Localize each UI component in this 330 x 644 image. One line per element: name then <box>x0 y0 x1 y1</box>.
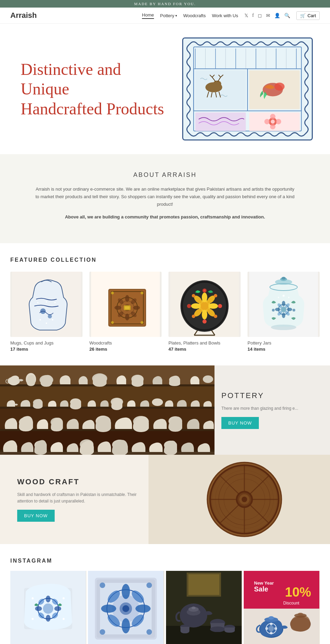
svg-point-161 <box>35 606 42 611</box>
pottery-chevron-icon: ▾ <box>175 14 177 18</box>
svg-point-179 <box>101 605 116 613</box>
svg-point-213 <box>270 623 273 625</box>
nav-woodcrafts[interactable]: Woodcrafts <box>183 13 206 18</box>
about-title: ABOUT ARRAISH <box>34 171 296 179</box>
collection-img-plates <box>168 272 241 337</box>
svg-point-42 <box>46 323 47 324</box>
svg-point-153 <box>242 497 247 502</box>
instagram-item-3[interactable] <box>166 571 242 644</box>
svg-point-212 <box>268 626 274 631</box>
svg-point-218 <box>268 616 274 620</box>
collection-item-woodcrafts[interactable]: Woodcrafts 26 items <box>89 272 162 352</box>
logo[interactable]: Arraish <box>10 11 37 20</box>
nav-work-with-us[interactable]: Work with Us <box>212 13 238 18</box>
svg-point-40 <box>54 302 56 303</box>
facebook-icon[interactable]: f <box>252 13 254 18</box>
cart-button[interactable]: 🛒 Cart <box>296 11 320 20</box>
pottery-description: There are more than glazing and firing e… <box>221 405 320 412</box>
svg-point-43 <box>52 319 53 320</box>
svg-text:Sale: Sale <box>254 585 268 593</box>
nav-home[interactable]: Home <box>142 12 154 19</box>
collection-img-jars <box>248 272 320 337</box>
hero-image <box>167 37 313 140</box>
cart-icon: 🛒 <box>300 13 306 18</box>
svg-point-86 <box>192 315 195 318</box>
svg-point-162 <box>54 606 61 611</box>
svg-point-80 <box>204 290 206 292</box>
collection-item-mugs[interactable]: Mugs, Cups and Jugs 17 items <box>10 272 82 352</box>
user-icon[interactable]: 👤 <box>274 13 280 19</box>
svg-point-189 <box>100 629 105 635</box>
svg-point-72 <box>202 310 207 319</box>
svg-point-159 <box>46 596 51 602</box>
svg-point-52 <box>133 306 140 310</box>
hero-plate <box>182 37 313 140</box>
instagram-item-1[interactable] <box>10 571 86 644</box>
svg-point-61 <box>111 292 114 294</box>
svg-point-198 <box>210 626 225 632</box>
svg-point-41 <box>40 319 41 320</box>
about-tagline: Above all, we are building a community t… <box>34 213 296 221</box>
social-icons: 𝕏 f ◻ ✉ 👤 🔍 <box>244 13 290 19</box>
pottery-buy-now-button[interactable]: BUY NOW <box>221 417 259 429</box>
item-count-2: 47 items <box>168 347 241 352</box>
instagram-item-2[interactable] <box>88 571 164 644</box>
svg-point-160 <box>46 615 51 622</box>
svg-point-98 <box>287 308 292 311</box>
svg-point-104 <box>293 309 295 312</box>
woodcraft-description: Skill and hardwork of craftsman in Pakis… <box>17 492 138 505</box>
search-icon[interactable]: 🔍 <box>284 13 290 19</box>
svg-point-37 <box>48 314 52 318</box>
woodcraft-buy-now-button[interactable]: BUY NOW <box>17 510 55 522</box>
instagram-icon[interactable]: ◻ <box>258 13 262 19</box>
svg-point-30 <box>264 119 270 124</box>
svg-point-73 <box>191 303 201 309</box>
nav-pottery[interactable]: Pottery ▾ <box>160 13 177 18</box>
pottery-banner: POTTERY There are more than glazing and … <box>0 365 330 455</box>
instagram-grid: New Year Sale 10% Discount <box>10 571 320 644</box>
woodcraft-image <box>148 455 330 544</box>
svg-rect-111 <box>0 407 214 409</box>
item-name-1: Woodcrafts <box>89 340 162 346</box>
svg-point-186 <box>122 605 129 612</box>
svg-point-34 <box>271 120 275 124</box>
collection-item-jars[interactable]: Pottery Jars 14 items <box>248 272 320 352</box>
svg-point-167 <box>32 597 34 599</box>
featured-title: FEATURED COLLECTION <box>10 257 320 263</box>
svg-point-33 <box>270 124 276 129</box>
item-name-0: Mugs, Cups and Jugs <box>10 340 82 346</box>
svg-point-216 <box>274 627 277 630</box>
navigation: Home Pottery ▾ Woodcrafts Work with Us 𝕏… <box>142 11 320 20</box>
svg-point-177 <box>122 584 130 599</box>
svg-rect-60 <box>125 306 130 309</box>
svg-point-168 <box>63 597 65 599</box>
pottery-text-panel: POTTERY There are more than glazing and … <box>214 381 330 439</box>
svg-point-190 <box>146 629 152 635</box>
svg-point-19 <box>213 81 221 88</box>
svg-text:10%: 10% <box>285 585 311 599</box>
collection-img-woodcrafts <box>89 272 162 337</box>
svg-point-32 <box>270 114 276 120</box>
item-count-1: 26 items <box>89 347 162 352</box>
svg-point-170 <box>63 618 65 620</box>
svg-point-39 <box>46 301 47 303</box>
svg-point-87 <box>214 315 217 318</box>
svg-point-53 <box>125 314 129 320</box>
svg-point-84 <box>192 294 195 297</box>
svg-point-83 <box>202 319 207 324</box>
instagram-section: INSTAGRAM <box>0 544 330 644</box>
woodcraft-text-panel: WOOD CRAFT Skill and hardwork of craftsm… <box>0 467 148 532</box>
svg-point-70 <box>200 302 209 310</box>
woodcraft-banner: WOOD CRAFT Skill and hardwork of craftsm… <box>0 455 330 544</box>
svg-point-158 <box>43 603 53 614</box>
email-icon[interactable]: ✉ <box>266 13 270 19</box>
instagram-item-4[interactable]: New Year Sale 10% Discount <box>244 571 320 644</box>
pottery-title: POTTERY <box>221 391 320 400</box>
collection-item-plates[interactable]: Plates, Platters and Bowls 47 items <box>168 272 241 352</box>
svg-text:New Year: New Year <box>254 580 274 586</box>
top-bar: MADE BY HAND FOR YOU. <box>0 0 330 8</box>
svg-point-64 <box>141 321 143 324</box>
twitter-icon[interactable]: 𝕏 <box>244 13 248 19</box>
svg-point-38 <box>37 302 38 303</box>
svg-point-106 <box>278 297 279 298</box>
